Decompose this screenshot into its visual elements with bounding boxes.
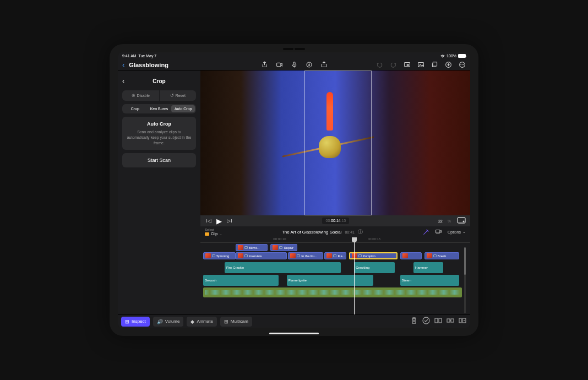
- svg-point-11: [462, 64, 463, 66]
- inspector-sidebar: ‹ Crop ⊘Disable ↺Reset Crop Ken Burns Au…: [118, 70, 200, 314]
- zoom-value[interactable]: 22: [438, 219, 443, 223]
- mic-icon[interactable]: [291, 61, 298, 68]
- screen: 9:41 AM Tue May 7 100% ‹ Glassblowing ‹ …: [118, 52, 470, 328]
- timecode-display[interactable]: 00:00:14:15: [322, 218, 349, 224]
- export-icon[interactable]: [320, 61, 328, 68]
- grid-icon: ⊞: [224, 319, 228, 324]
- clip-flame[interactable]: Fla...: [324, 252, 346, 259]
- trash-icon[interactable]: [410, 316, 418, 327]
- clip-steam[interactable]: Steam: [400, 275, 460, 286]
- svg-rect-15: [436, 230, 440, 233]
- clip-firecrackle[interactable]: Fire Crackle: [225, 262, 341, 273]
- play-button[interactable]: ▶: [215, 217, 223, 225]
- clip-hammer[interactable]: Hammer: [413, 262, 443, 273]
- audio-meter-icon[interactable]: [445, 61, 452, 68]
- zoom-unit: %: [448, 219, 451, 223]
- volume-button[interactable]: 🔊Volume: [153, 317, 184, 327]
- viewer[interactable]: [200, 70, 470, 215]
- animate-button[interactable]: ◆Animate: [187, 317, 216, 327]
- refresh-icon: ↺: [170, 93, 174, 98]
- status-date: Tue May 7: [138, 54, 156, 58]
- svg-point-16: [423, 317, 429, 324]
- clip-badge-icon: [205, 232, 209, 236]
- inspector-back-button[interactable]: ‹: [122, 77, 131, 85]
- glass-piece: [322, 92, 338, 158]
- clip-inthefurnace[interactable]: In the Fu...: [288, 252, 323, 259]
- split-icon[interactable]: [434, 316, 443, 327]
- keyframe-icon: ◆: [190, 319, 194, 324]
- inspector-title: Crop: [131, 78, 196, 84]
- clip-swoosh[interactable]: Swoosh: [203, 275, 279, 286]
- multicam-view-icon[interactable]: [435, 229, 442, 236]
- autocrop-description: Scan and analyze clips to automatically …: [126, 129, 193, 145]
- ruler-mark: 00:00:15: [368, 237, 380, 241]
- timeline-ruler[interactable]: 00:00:10 00:00:15: [200, 237, 470, 243]
- timeline-duration: 00:41: [345, 230, 355, 234]
- autocrop-info: Auto Crop Scan and analyze clips to auto…: [122, 117, 196, 150]
- magic-wand-icon[interactable]: [422, 229, 429, 236]
- timeline-scrollbar[interactable]: [464, 247, 466, 313]
- clip-label[interactable]: Clip: [211, 232, 217, 236]
- check-icon[interactable]: [422, 316, 431, 327]
- svg-point-14: [463, 221, 465, 222]
- clip-blowt[interactable]: Blowt...: [236, 244, 268, 251]
- connect-icon[interactable]: [446, 316, 455, 327]
- fit-icon[interactable]: [457, 216, 466, 226]
- clip-break[interactable]: Break: [424, 252, 460, 259]
- prev-frame-button[interactable]: I◁: [205, 218, 213, 224]
- battery-pct: 100%: [447, 54, 456, 58]
- start-scan-button[interactable]: Start Scan: [122, 153, 196, 167]
- clip-repair[interactable]: Repair: [270, 244, 297, 251]
- timeline-header: Select Clip⌄ The Art of Glassblowing Soc…: [200, 226, 470, 237]
- next-frame-button[interactable]: ▷I: [226, 218, 233, 224]
- clip-crackling[interactable]: Crackling: [354, 262, 395, 273]
- clip-pumpkin-selected[interactable]: Pumpkin: [349, 252, 398, 259]
- tab-kenburns[interactable]: Ken Burns: [148, 105, 171, 112]
- svg-point-12: [463, 64, 464, 66]
- sliders-icon: ⊞: [125, 319, 129, 324]
- tab-crop[interactable]: Crop: [123, 105, 147, 112]
- select-label: Select: [205, 228, 222, 231]
- layers-icon[interactable]: [431, 61, 438, 68]
- clip-pumpkin2[interactable]: [400, 252, 422, 259]
- svg-rect-7: [433, 62, 437, 66]
- redo-icon[interactable]: [390, 61, 397, 68]
- clip-interview[interactable]: Interview: [236, 252, 287, 259]
- marker-icon[interactable]: [306, 61, 313, 68]
- svg-point-10: [460, 64, 461, 66]
- tab-autocrop[interactable]: Auto Crop: [171, 105, 195, 112]
- title-bar: ‹ Glassblowing: [118, 59, 470, 70]
- svg-rect-18: [439, 318, 442, 323]
- wifi-icon: [440, 55, 445, 58]
- autocrop-title: Auto Crop: [126, 121, 193, 127]
- volume-icon: 🔊: [157, 319, 163, 324]
- picture-icon[interactable]: [417, 61, 424, 68]
- svg-rect-20: [451, 319, 454, 322]
- playhead[interactable]: [354, 237, 355, 314]
- crop-mode-tabs: Crop Ken Burns Auto Crop: [122, 104, 196, 113]
- back-button[interactable]: ‹: [122, 61, 124, 69]
- timeline[interactable]: 00:00:10 00:00:15 Blowt... Repair Spinni…: [200, 237, 470, 314]
- svg-rect-4: [407, 64, 409, 66]
- pip-icon[interactable]: [404, 61, 411, 68]
- share-icon[interactable]: [261, 61, 268, 68]
- multicam-button[interactable]: ⊞Multicam: [220, 317, 252, 327]
- ruler-mark: 00:00:10: [273, 237, 286, 241]
- more-icon[interactable]: [459, 61, 466, 68]
- undo-icon[interactable]: [376, 61, 383, 68]
- clip-music[interactable]: [203, 287, 462, 297]
- arrange-icon[interactable]: [458, 316, 467, 327]
- options-button[interactable]: Options⌄: [448, 230, 466, 234]
- clip-flameignite[interactable]: Flame Ignite: [287, 275, 373, 286]
- project-title: Glassblowing: [129, 62, 168, 68]
- camera-icon[interactable]: [276, 61, 283, 68]
- reset-button[interactable]: ↺Reset: [160, 90, 197, 101]
- svg-rect-19: [447, 319, 450, 322]
- inspect-button[interactable]: ⊞Inspect: [121, 317, 150, 327]
- info-icon[interactable]: ⓘ: [358, 229, 363, 236]
- battery-icon: [458, 54, 466, 58]
- bottom-toolbar: ⊞Inspect 🔊Volume ◆Animate ⊞Multicam: [118, 314, 470, 328]
- disable-button[interactable]: ⊘Disable: [122, 90, 160, 101]
- clip-spinning[interactable]: Spinning: [203, 252, 236, 259]
- status-time: 9:41 AM: [122, 54, 137, 58]
